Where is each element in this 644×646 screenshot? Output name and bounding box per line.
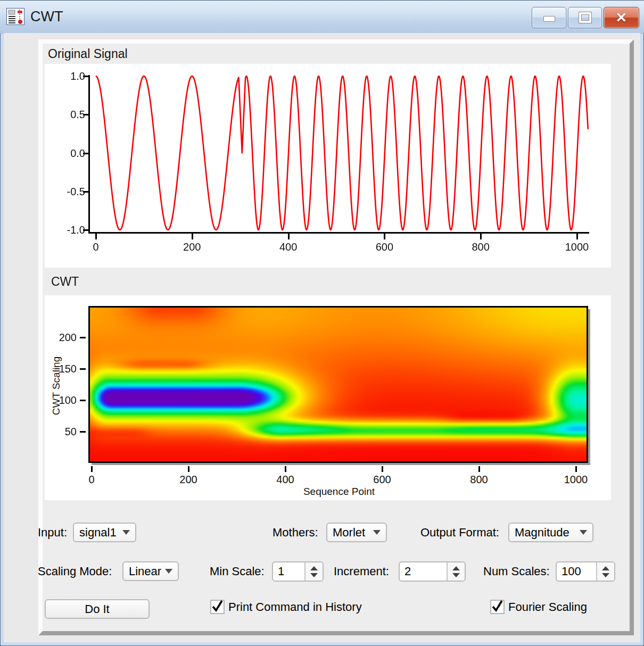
mothers-label: Mothers:: [273, 523, 318, 542]
dropdown-arrow-icon: [122, 530, 130, 535]
close-button[interactable]: ✕: [604, 7, 639, 28]
x-tick-mark: [382, 466, 383, 472]
y-tick-mark: [80, 400, 86, 401]
scaling-mode-dropdown[interactable]: Linear: [122, 561, 179, 581]
close-icon: ✕: [616, 11, 628, 24]
app-icon: [6, 8, 24, 25]
window-title: CWT: [30, 0, 63, 33]
spinner-down-icon[interactable]: [310, 573, 318, 577]
x-tick-label: 600: [363, 241, 406, 253]
mothers-dropdown-value: Morlet: [333, 526, 365, 540]
y-tick-label: 100: [44, 394, 77, 407]
dropdown-arrow-icon: [580, 530, 587, 535]
cwt-graph: CWT Scaling 5010015020002004006008001000…: [45, 295, 611, 500]
spinner-down-icon[interactable]: [602, 573, 609, 577]
increment-label: Increment:: [334, 561, 389, 581]
x-tick-label: 200: [171, 241, 213, 253]
dropdown-arrow-icon: [165, 569, 172, 574]
x-tick-mark: [188, 466, 189, 472]
y-tick-label: 150: [44, 362, 77, 375]
mothers-dropdown[interactable]: Morlet: [326, 523, 387, 542]
cwt-x-axis-label: Sequence Point: [273, 486, 406, 498]
output-format-dropdown-value: Magnitude: [515, 526, 569, 540]
output-format-dropdown[interactable]: Magnitude: [508, 523, 593, 542]
original-signal-title: Original Signal: [48, 47, 128, 61]
cwt-heatmap-frame: [88, 306, 588, 463]
minimize-button[interactable]: [532, 7, 566, 28]
maximize-button[interactable]: [568, 7, 602, 28]
original-signal-graph: 1.00.50.0-0.5-1.002004006008001000: [45, 64, 611, 268]
x-tick-mark: [575, 466, 577, 472]
x-tick-label: 800: [458, 473, 500, 486]
spinner-up-icon[interactable]: [310, 566, 318, 570]
maximize-icon: [579, 12, 591, 23]
cwt-window: CWT ✕ Original Signal 1.00.50.0-0.5-1.00…: [0, 0, 644, 646]
dropdown-arrow-icon: [373, 530, 381, 535]
x-tick-label: 400: [267, 241, 310, 253]
spinner-down-icon[interactable]: [452, 573, 460, 577]
y-tick-label: 50: [44, 425, 77, 438]
y-tick-mark: [80, 368, 86, 370]
x-tick-label: 1000: [555, 473, 597, 486]
x-tick-label: 800: [459, 241, 502, 253]
input-dropdown-value: signal1: [79, 526, 117, 540]
print-command-checkbox-label[interactable]: Print Command in History: [228, 599, 362, 615]
y-tick-mark: [80, 431, 86, 433]
x-tick-label: 0: [75, 241, 117, 253]
y-tick-label: -1.0: [52, 223, 85, 236]
num-scales-spin-buttons[interactable]: [596, 562, 614, 581]
min-scale-label: Min Scale:: [210, 561, 265, 581]
cwt-graph-title: CWT: [51, 275, 79, 289]
increment-value[interactable]: 2: [400, 562, 447, 581]
spinner-up-icon[interactable]: [602, 566, 609, 570]
y-tick-label: -0.5: [52, 185, 85, 198]
x-tick-label: 400: [264, 473, 307, 486]
scaling-mode-dropdown-value: Linear: [129, 565, 161, 578]
num-scales-spinner[interactable]: 100: [556, 561, 615, 582]
checkmark-icon: [211, 599, 225, 614]
x-tick-mark: [285, 466, 286, 472]
scaling-mode-label: Scaling Mode:: [38, 561, 112, 581]
y-tick-label: 1.0: [52, 70, 85, 82]
min-scale-spinner[interactable]: 1: [272, 561, 324, 582]
num-scales-value[interactable]: 100: [557, 562, 596, 581]
y-tick-label: 0.0: [52, 147, 85, 160]
fourier-scaling-checkbox[interactable]: [490, 600, 505, 614]
y-tick-label: 200: [44, 331, 77, 344]
num-scales-label: Num Scales:: [483, 561, 550, 581]
y-tick-label: 0.5: [52, 108, 85, 121]
x-tick-mark: [91, 466, 93, 472]
output-format-label: Output Format:: [420, 523, 499, 542]
increment-spinner[interactable]: 2: [399, 561, 466, 582]
original-signal-canvas: [45, 64, 611, 268]
print-command-checkbox[interactable]: [210, 600, 225, 614]
title-bar[interactable]: CWT ✕: [0, 0, 644, 34]
min-scale-spin-buttons[interactable]: [304, 562, 323, 581]
x-tick-label: 200: [167, 473, 210, 486]
min-scale-value[interactable]: 1: [273, 562, 304, 581]
checkmark-icon: [491, 599, 505, 614]
x-tick-label: 600: [361, 473, 403, 486]
x-tick-label: 1000: [556, 241, 598, 253]
minimize-icon: [543, 16, 555, 22]
increment-spin-buttons[interactable]: [447, 562, 465, 581]
input-dropdown[interactable]: signal1: [73, 523, 136, 542]
fourier-scaling-checkbox-label[interactable]: Fourier Scaling: [508, 599, 587, 615]
x-tick-mark: [478, 466, 480, 472]
input-label: Input:: [38, 523, 67, 542]
do-it-button[interactable]: Do It: [45, 599, 150, 619]
spinner-up-icon[interactable]: [452, 566, 460, 570]
y-tick-mark: [80, 337, 86, 338]
cwt-heatmap-canvas: [90, 308, 587, 461]
x-tick-label: 0: [70, 473, 113, 486]
